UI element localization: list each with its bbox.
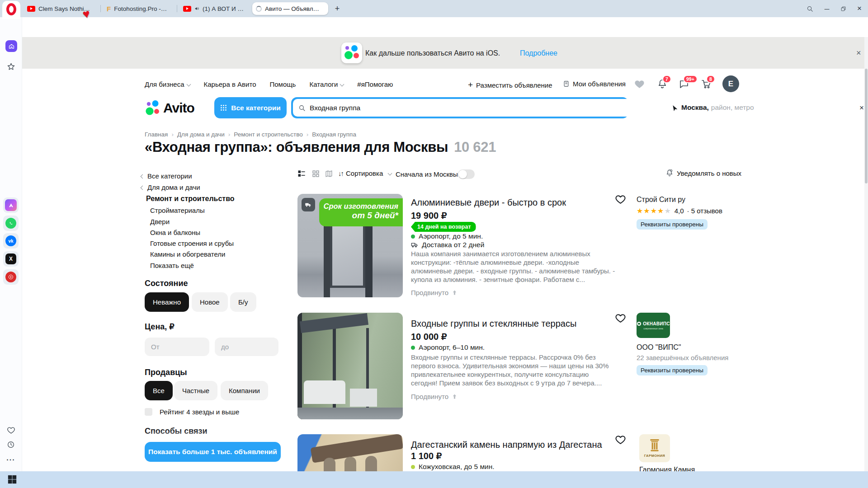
sidebar-home-icon[interactable] bbox=[5, 40, 17, 52]
sidebar-more-icon[interactable]: ... bbox=[5, 452, 17, 465]
return-policy-badge: 14 дней на возврат bbox=[411, 222, 476, 232]
filter-sub-dveri[interactable]: Двери bbox=[150, 218, 170, 225]
listing-title[interactable]: Входные группы и стеклянные террасы bbox=[411, 319, 576, 329]
favorite-heart-icon[interactable] bbox=[615, 194, 627, 206]
filter-sub-kaminy[interactable]: Камины и обогреватели bbox=[150, 250, 225, 258]
search-input[interactable] bbox=[310, 104, 853, 112]
filter-sub-okna[interactable]: Окна и балконы bbox=[150, 229, 200, 236]
filter-current-category[interactable]: Ремонт и строительство bbox=[146, 195, 235, 203]
close-window-button[interactable]: × bbox=[854, 3, 865, 14]
verified-badge: Реквизиты проверены bbox=[637, 365, 708, 375]
promoted-label: Продвинуто bbox=[411, 289, 458, 296]
nav-career[interactable]: Карьера в Авито bbox=[204, 80, 256, 88]
filter-show-more-link[interactable]: Показать ещё bbox=[150, 262, 194, 269]
opera-logo[interactable] bbox=[6, 3, 16, 15]
windows-taskbar: O V 70 РУС 12:08 13.03.2026 1 bbox=[0, 471, 868, 488]
tab-title: Fotohosting.Pro - Фотохо bbox=[114, 5, 167, 12]
sellers-private-chip[interactable]: Частные bbox=[174, 381, 217, 400]
breadcrumb-2[interactable]: Ремонт и строительство bbox=[234, 131, 302, 138]
favorite-heart-icon[interactable] bbox=[615, 434, 627, 446]
rating-filter-checkbox[interactable] bbox=[145, 408, 152, 416]
favorites-heart-icon[interactable] bbox=[634, 79, 645, 90]
nav-help[interactable]: Помощь bbox=[270, 80, 296, 88]
sellers-all-chip[interactable]: Все bbox=[145, 381, 173, 400]
listing-title[interactable]: Дагестанский камень напрямую из Дагестан… bbox=[411, 440, 602, 450]
seller-name[interactable]: Строй Сити ру bbox=[637, 196, 741, 204]
listing-title[interactable]: Алюминиевые двери - быстро в срок bbox=[411, 197, 566, 208]
messages-icon[interactable]: 99+ bbox=[679, 79, 689, 89]
breadcrumb-3[interactable]: Входная группа bbox=[312, 131, 356, 138]
breadcrumb-1[interactable]: Для дома и дачи bbox=[177, 131, 225, 138]
view-grid-icon[interactable] bbox=[311, 169, 321, 178]
condition-heading: Состояние bbox=[145, 279, 188, 288]
minimize-button[interactable]: ─ bbox=[821, 3, 833, 14]
banner-text: Как дальше пользоваться Авито на iOS. bbox=[365, 49, 500, 57]
cart-icon[interactable]: 8 bbox=[701, 79, 712, 89]
sidebar-whatsapp-icon[interactable] bbox=[3, 216, 19, 231]
listing-photo[interactable] bbox=[297, 313, 403, 419]
price-from-input[interactable] bbox=[145, 338, 209, 356]
user-avatar[interactable]: E bbox=[722, 75, 739, 92]
sidebar-vk-icon[interactable]: vk bbox=[3, 233, 19, 249]
tab-fotohosting[interactable]: F Fotohosting.Pro - Фотохо bbox=[103, 2, 175, 15]
view-list-icon[interactable] bbox=[297, 169, 307, 178]
search-icon bbox=[298, 104, 306, 112]
tab-avito-active[interactable]: Авито — Объявления на bbox=[252, 2, 328, 15]
all-categories-button[interactable]: Все категории bbox=[214, 97, 287, 118]
notify-new-button[interactable]: Уведомлять о новых bbox=[665, 169, 741, 177]
tabstrip-search-icon[interactable] bbox=[804, 3, 816, 14]
sidebar-bookmarks-star-icon[interactable] bbox=[5, 60, 17, 73]
sidebar-x-twitter-icon[interactable]: X bbox=[3, 251, 19, 267]
favorite-heart-icon[interactable] bbox=[615, 313, 627, 324]
filter-sub-stroymaterialy[interactable]: Стройматериалы bbox=[150, 206, 205, 214]
sort-dropdown[interactable]: ↓↑ Сортировка bbox=[338, 169, 392, 177]
tab-title: Авито — Объявления на bbox=[265, 5, 321, 12]
sidebar-player-icon[interactable] bbox=[3, 269, 19, 285]
maximize-button[interactable] bbox=[837, 3, 849, 14]
condition-used-chip[interactable]: Б/у bbox=[230, 292, 256, 312]
sidebar-history-clock-icon[interactable] bbox=[5, 438, 17, 451]
price-to-input[interactable] bbox=[215, 338, 278, 356]
sidebar-aria-ai-icon[interactable] bbox=[3, 197, 19, 213]
sellers-companies-chip[interactable]: Компании bbox=[221, 381, 268, 400]
seller-info: ОКНАВИПС современные окна ООО "ВИПС" 22 … bbox=[637, 313, 741, 375]
new-tab-button[interactable]: + bbox=[331, 3, 343, 14]
location-selector[interactable]: Москва, район, метро bbox=[671, 103, 754, 112]
seller-logo[interactable]: ОКНАВИПС современные окна bbox=[637, 313, 670, 338]
start-button[interactable] bbox=[7, 474, 17, 484]
show-results-button[interactable]: Показать больше 1 тыс. объявлений bbox=[145, 442, 281, 462]
find-button[interactable]: Найти bbox=[583, 97, 628, 118]
avito-logo[interactable]: Avito bbox=[146, 100, 194, 116]
avito-app-icon bbox=[341, 42, 362, 63]
post-ad-button[interactable]: +Разместить объявление bbox=[468, 80, 552, 90]
nav-for-business[interactable]: Для бизнеса bbox=[145, 80, 190, 88]
filter-back-home-dacha[interactable]: Для дома и дачи bbox=[141, 183, 200, 192]
grid-dots-icon bbox=[220, 104, 227, 111]
seller-name[interactable]: ООО "ВИПС" bbox=[637, 343, 741, 352]
notify-bell-icon bbox=[665, 169, 674, 177]
filter-back-all-categories[interactable]: Все категории bbox=[141, 172, 192, 180]
notifications-badge: 7 bbox=[662, 75, 671, 83]
notifications-bell-icon[interactable]: 7 bbox=[657, 79, 668, 89]
view-map-icon[interactable] bbox=[324, 169, 334, 178]
my-ads-button[interactable]: Мои объявления bbox=[563, 80, 626, 88]
reviews-count[interactable]: · 5 отзывов bbox=[687, 207, 722, 215]
nav-hashtag-help[interactable]: #яПомогаю bbox=[357, 80, 393, 88]
page-scrollbar-thumb[interactable] bbox=[865, 69, 868, 183]
listing-photo[interactable]: Срок изготовления от 5 дней* bbox=[297, 194, 403, 297]
from-moscow-toggle[interactable] bbox=[458, 169, 475, 179]
nav-catalogs[interactable]: Каталоги bbox=[309, 80, 344, 88]
search-field[interactable]: × bbox=[293, 99, 868, 117]
seller-logo[interactable]: ГАРМОНИЯ bbox=[639, 434, 670, 462]
banner-more-link[interactable]: Подробнее bbox=[520, 49, 557, 57]
listing-delivery: Доставка от 2 дней bbox=[411, 241, 484, 249]
sidebar-favorites-heart-icon[interactable] bbox=[5, 424, 17, 436]
breadcrumb-home[interactable]: Главная bbox=[145, 131, 168, 138]
search-bar: × Найти bbox=[291, 97, 628, 118]
filter-sub-stroeniya[interactable]: Готовые строения и срубы bbox=[150, 239, 234, 247]
tab-youtube-2[interactable]: (1) А ВОТ И ТАКАБА!! bbox=[179, 2, 250, 15]
condition-new-chip[interactable]: Новое bbox=[192, 292, 228, 312]
condition-any-chip[interactable]: Неважно bbox=[145, 292, 189, 312]
listing-price: 19 900 ₽ bbox=[411, 210, 447, 221]
banner-close-icon[interactable]: × bbox=[856, 48, 861, 58]
